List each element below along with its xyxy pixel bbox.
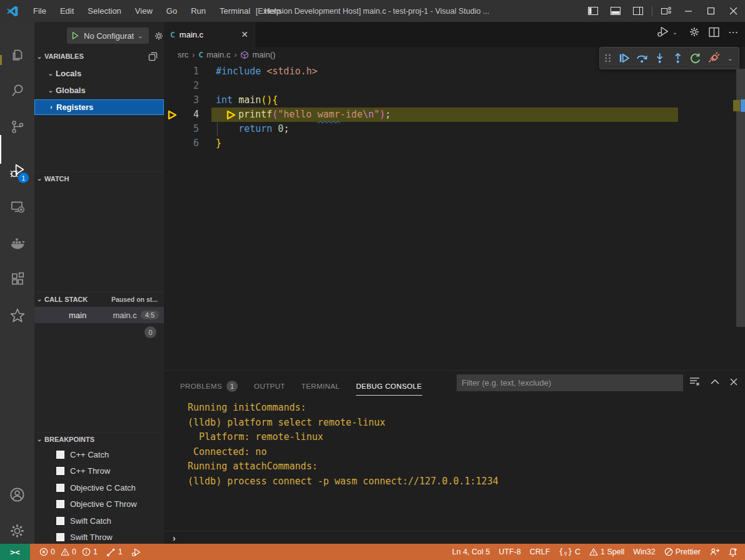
close-panel-icon[interactable] [730,378,737,386]
step-over-button[interactable] [636,52,648,64]
manage-button[interactable] [0,516,34,546]
spell-checker-status[interactable]: 1 Spell [585,544,629,560]
menu-run[interactable]: Run [184,0,213,22]
toggle-primary-sidebar-icon[interactable] [582,0,604,22]
tools-status[interactable]: 1 [102,544,127,560]
problems-status[interactable]: 0 0 1 [35,544,102,560]
debug-stackframe-inline-icon [226,109,237,121]
drag-grip-icon[interactable] [604,53,612,63]
tab-problems[interactable]: PROBLEMS 1 [180,377,238,396]
checkbox[interactable] [56,517,64,525]
remote-indicator[interactable]: >< [0,544,30,560]
formatter-status[interactable]: Prettier [660,544,705,560]
checkbox[interactable] [56,533,64,541]
language-mode-status[interactable]: {̹ₒ} C [554,544,585,560]
menu-terminal[interactable]: Terminal [213,0,257,22]
minimize-button[interactable] [677,0,700,22]
breadcrumb-file[interactable]: main.c [206,50,230,59]
sidebar-item-explorer[interactable] [0,39,34,69]
menu-view[interactable]: View [128,0,160,22]
cursor-position-status[interactable]: Ln 4, Col 5 [448,544,494,560]
tab-label: OUTPUT [254,382,285,390]
variables-item-globals[interactable]: ⌄ Globals [34,82,164,98]
breakpoint-swift-catch[interactable]: Swift Catch [34,512,164,529]
variables-item-registers[interactable]: › Registers [34,99,164,115]
menu-selection[interactable]: Selection [81,0,128,22]
breakpoint-cpp-catch[interactable]: C++ Catch [34,446,164,462]
overview-ruler-cursor-marker [741,99,745,112]
share-status[interactable] [705,544,724,560]
token: } [216,138,221,149]
chevron-down-icon: ⌄ [135,32,145,39]
sidebar-item-search[interactable] [0,76,34,106]
console-line: (lldb) process connect -p wasm connect:/… [188,474,499,489]
console-line: (lldb) platform select remote-linux [188,416,499,431]
maximize-button[interactable] [700,0,722,22]
tab-terminal[interactable]: TERMINAL [302,377,340,396]
call-stack-frame-row[interactable]: main main.c 4:5 [34,307,164,323]
step-into-button[interactable] [654,52,666,64]
sidebar-item-docker[interactable] [0,228,34,258]
console-input-row[interactable]: › [164,531,745,544]
sidebar-item-source-control[interactable] [0,112,34,142]
variables-section-header[interactable]: ⌄ VARIABLES [34,49,164,63]
debug-stackframe-gutter-icon[interactable] [167,109,178,121]
tab-debug-console[interactable]: DEBUG CONSOLE [356,377,422,396]
toggle-panel-icon[interactable] [604,0,627,22]
menu-edit[interactable]: Edit [53,0,81,22]
sidebar-item-run-and-debug[interactable]: 1 [0,156,34,186]
console-prompt-icon: › [173,533,176,543]
eol-status[interactable]: CRLF [525,544,555,560]
breakpoints-section-header[interactable]: ⌄ BREAKPOINTS [34,432,164,446]
breakpoint-swift-throw[interactable]: Swift Throw [34,529,164,545]
run-or-debug-button[interactable]: ⌄ [656,26,680,38]
split-editor-icon[interactable] [709,27,719,38]
encoding-status[interactable]: UTF-8 [494,544,525,560]
checkbox[interactable] [56,451,64,459]
continue-button[interactable] [618,52,630,64]
launch-config-label: No Configurat [84,31,134,41]
maximize-panel-icon[interactable] [711,379,719,384]
start-debug-icon[interactable] [71,31,79,40]
breadcrumb-folder[interactable]: src [178,50,188,59]
debug-status[interactable] [127,544,146,560]
gear-icon[interactable] [689,26,700,38]
checkbox[interactable] [56,484,64,492]
restart-button[interactable] [689,52,701,64]
token [261,66,266,77]
tab-output[interactable]: OUTPUT [254,377,285,396]
toggle-secondary-sidebar-icon[interactable] [627,0,649,22]
more-actions-icon[interactable]: ⋯ [728,26,739,38]
menu-go[interactable]: Go [160,0,184,22]
watch-section-header[interactable]: ⌄ WATCH [34,171,164,185]
tab-label: main.c [180,30,203,39]
breakpoint-objc-catch[interactable]: Objective C Catch [34,479,164,496]
sidebar-item-remote-explorer[interactable] [0,192,34,222]
breakpoint-objc-throw[interactable]: Objective C Throw [34,496,164,512]
sidebar-item-wamr-ide[interactable] [0,301,34,331]
account-button[interactable] [0,479,34,509]
checkbox[interactable] [56,467,64,475]
breakpoint-cpp-throw[interactable]: C++ Throw [34,462,164,479]
clear-console-icon[interactable] [689,377,700,386]
debug-settings-gear-icon[interactable] [154,31,164,41]
info-count: 1 [93,548,98,556]
close-window-button[interactable] [722,0,745,22]
launch-configuration-select[interactable]: No Configurat ⌄ [67,28,149,44]
customize-layout-icon[interactable] [655,0,677,22]
breadcrumb-symbol[interactable]: main() [252,50,275,59]
platform-status[interactable]: Win32 [629,544,659,560]
checkbox[interactable] [56,500,64,508]
menu-file[interactable]: File [26,0,53,22]
call-stack-section-header[interactable]: ⌄ CALL STACK Paused on st... [34,292,164,306]
chevron-down-icon[interactable]: ⌄ [726,55,735,62]
collapse-all-icon[interactable] [148,52,158,61]
console-filter-input[interactable] [457,374,683,391]
close-tab-icon[interactable]: ✕ [241,29,248,39]
sidebar-item-extensions[interactable] [0,264,34,294]
notifications-status[interactable] [724,544,745,560]
disconnect-button[interactable] [707,52,719,64]
variables-item-locals[interactable]: ⌄ Locals [34,66,164,81]
tab-main-c[interactable]: C main.c ✕ [164,22,255,47]
step-out-button[interactable] [672,52,684,64]
